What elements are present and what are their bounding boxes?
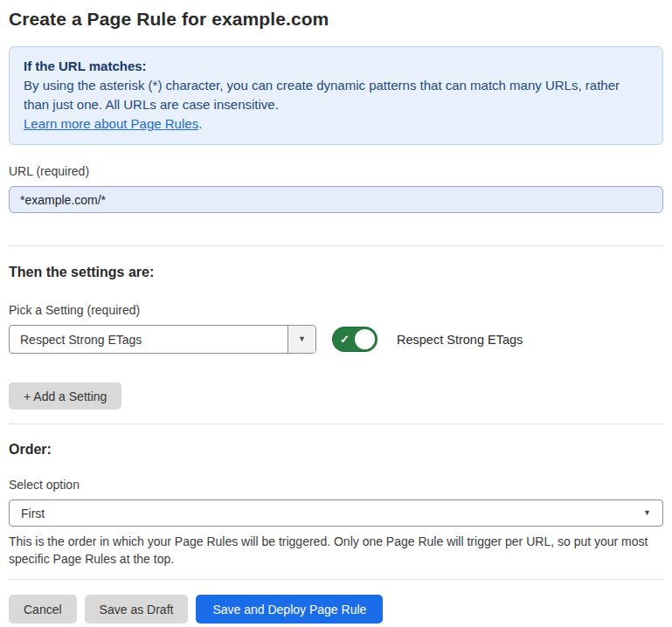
- info-box-body: By using the asterisk (*) character, you…: [24, 76, 648, 114]
- select-option-label: Select option: [9, 478, 663, 492]
- setting-select[interactable]: Respect Strong ETags ▼: [9, 325, 316, 354]
- url-match-info-box: If the URL matches: By using the asteris…: [9, 46, 663, 145]
- add-setting-button[interactable]: + Add a Setting: [9, 382, 121, 410]
- link-suffix: .: [198, 116, 202, 131]
- info-box-heading: If the URL matches:: [24, 57, 648, 76]
- setting-row: Respect Strong ETags ▼ ✓ Respect Strong …: [9, 325, 663, 354]
- divider: [9, 424, 663, 424]
- url-label: URL (required): [9, 164, 663, 178]
- chevron-down-icon: ▼: [643, 509, 651, 517]
- setting-select-arrow-button[interactable]: ▼: [288, 326, 315, 353]
- pick-setting-label: Pick a Setting (required): [9, 303, 663, 317]
- url-input[interactable]: [9, 186, 663, 213]
- divider: [9, 579, 663, 580]
- order-heading: Order:: [9, 442, 663, 458]
- footer-buttons: Cancel Save as Draft Save and Deploy Pag…: [9, 595, 663, 624]
- divider: [9, 245, 663, 246]
- chevron-down-icon: ▼: [298, 335, 306, 343]
- info-link-row: Learn more about Page Rules.: [24, 114, 648, 134]
- toggle-knob: [355, 329, 375, 349]
- learn-more-link[interactable]: Learn more about Page Rules: [24, 116, 198, 131]
- order-help-text: This is the order in which your Page Rul…: [9, 533, 655, 568]
- order-select-value: First: [21, 506, 45, 520]
- save-deploy-button[interactable]: Save and Deploy Page Rule: [196, 595, 383, 624]
- page-title: Create a Page Rule for example.com: [9, 9, 663, 30]
- setting-select-value: Respect Strong ETags: [10, 326, 288, 353]
- cancel-button[interactable]: Cancel: [9, 595, 77, 624]
- toggle-label: Respect Strong ETags: [397, 333, 523, 347]
- settings-heading: Then the settings are:: [9, 265, 663, 280]
- check-icon: ✓: [340, 334, 350, 345]
- order-select[interactable]: First ▼: [9, 500, 663, 527]
- etags-toggle[interactable]: ✓: [332, 327, 378, 352]
- save-draft-button[interactable]: Save as Draft: [85, 595, 189, 624]
